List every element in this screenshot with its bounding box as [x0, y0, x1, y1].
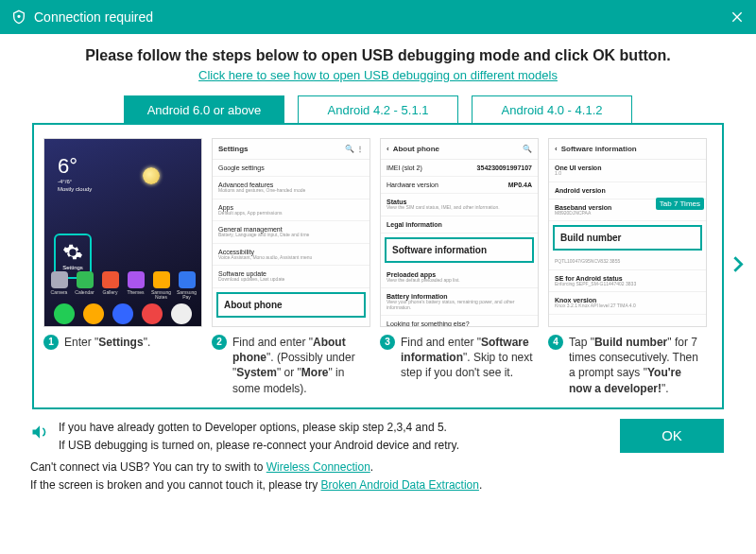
temp: 6°	[44, 139, 201, 179]
dialog-title: Connection required	[34, 9, 730, 25]
shield-icon	[11, 9, 26, 25]
step-3: ‹About phone🔍 IMEI (slot 2)3542300919971…	[380, 138, 539, 396]
step-4: ‹Software information One UI version1.0 …	[548, 138, 707, 396]
step-caption: Find and enter "About phone". (Possibly …	[232, 335, 370, 396]
step-number: 3	[380, 335, 395, 350]
tab-android42[interactable]: Android 4.2 - 5.1.1	[298, 95, 458, 124]
back-icon: ‹	[555, 145, 558, 153]
gear-icon	[62, 242, 83, 263]
search-icon: 🔍 ⋮	[345, 145, 364, 153]
footer-line4: If the screen is broken and you cannot t…	[30, 476, 724, 494]
phone-screenshot-3: ‹About phone🔍 IMEI (slot 2)3542300919971…	[380, 138, 539, 327]
ok-button[interactable]: OK	[620, 419, 724, 453]
software-info-highlight: Software information	[385, 237, 534, 263]
steps-panel: 6° -4°/6° Mostly cloudy Settings Camera …	[32, 123, 724, 409]
build-number-highlight: Build number	[553, 225, 702, 251]
broken-android-link[interactable]: Broken Android Data Extraction	[321, 478, 479, 492]
phone-screenshot-4: ‹Software information One UI version1.0 …	[548, 138, 707, 327]
footer-line3: Can't connect via USB? You can try to sw…	[30, 459, 724, 476]
titlebar: Connection required	[0, 0, 756, 34]
search-icon: 🔍	[523, 145, 532, 153]
step-number: 2	[212, 335, 227, 350]
step-caption: Tap "Build number" for 7 times consecuti…	[569, 335, 707, 396]
back-icon: ‹	[387, 145, 389, 153]
step-1: 6° -4°/6° Mostly cloudy Settings Camera …	[43, 138, 202, 396]
header: Please follow the steps below to open US…	[0, 34, 756, 88]
next-arrow[interactable]	[728, 254, 748, 278]
step-caption: Enter "Settings".	[64, 335, 150, 350]
tap-7-bubble: Tab 7 Times	[656, 198, 704, 210]
footer-line1: If you have already gotten to Developer …	[59, 419, 459, 437]
phone-screenshot-2: Settings🔍 ⋮ Google settings Advanced fea…	[212, 138, 370, 327]
footer: If you have already gotten to Developer …	[0, 409, 756, 495]
step-2: Settings🔍 ⋮ Google settings Advanced fea…	[212, 138, 370, 396]
step-number: 4	[548, 335, 563, 350]
svg-point-0	[18, 15, 20, 17]
about-phone-highlight: About phone	[216, 292, 366, 318]
moon-icon	[143, 167, 160, 184]
step-number: 1	[43, 335, 59, 350]
help-link[interactable]: Click here to see how to open USB debugg…	[198, 68, 558, 82]
tabs: Android 6.0 or above Android 4.2 - 5.1.1…	[0, 95, 756, 124]
phone-screenshot-1: 6° -4°/6° Mostly cloudy Settings Camera …	[43, 138, 202, 327]
close-icon[interactable]	[730, 9, 745, 25]
tab-android6[interactable]: Android 6.0 or above	[124, 95, 284, 124]
page-heading: Please follow the steps below to open US…	[19, 47, 737, 64]
step-caption: Find and enter "Software information". S…	[401, 335, 539, 381]
footer-line2: If USB debugging is turned on, please re…	[59, 437, 459, 455]
speaker-icon	[30, 423, 49, 441]
tab-android40[interactable]: Android 4.0 - 4.1.2	[472, 95, 632, 124]
wireless-connection-link[interactable]: Wireless Connection	[266, 460, 370, 474]
